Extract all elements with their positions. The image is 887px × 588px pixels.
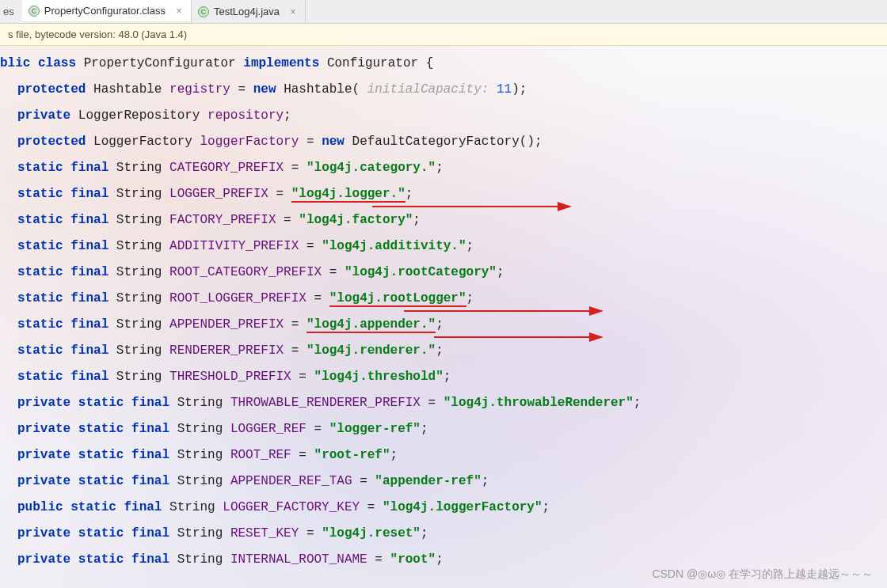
kw-final: final — [131, 396, 169, 410]
kw-private: private — [17, 526, 70, 541]
type-name: String — [177, 526, 223, 541]
kw-final: final — [70, 239, 108, 253]
type-name: String — [116, 370, 162, 384]
field-name: RESET_KEY — [230, 526, 299, 541]
string-literal: "log4j.factory" — [299, 213, 413, 227]
assign-op: = — [306, 135, 314, 149]
assign-op: = — [428, 396, 436, 410]
field-name: loggerFactory — [200, 135, 299, 149]
kw-static: static — [17, 187, 63, 201]
string-literal: "root-ref" — [314, 448, 390, 462]
kw-final: final — [70, 213, 108, 227]
type-name: LoggerFactory — [93, 135, 192, 149]
code-line: private static final String THROWABLE_RE… — [0, 390, 887, 416]
code-editor[interactable]: blic class PropertyConfigurator implemen… — [0, 46, 887, 573]
kw-static: static — [78, 422, 124, 436]
svg-text:C: C — [201, 8, 207, 16]
kw-final: final — [70, 370, 108, 384]
semicolon: ; — [436, 161, 444, 175]
string-literal: "log4j.additivity." — [322, 239, 466, 253]
close-icon[interactable]: × — [287, 6, 299, 17]
string-literal: "root" — [390, 552, 436, 567]
close-icon[interactable]: × — [173, 6, 185, 17]
kw-private: private — [17, 552, 70, 567]
tab-label: TestLog4j.java — [214, 6, 280, 17]
code-line: private static final String APPENDER_REF… — [0, 469, 887, 495]
field-name: FACTORY_PREFIX — [169, 213, 276, 227]
assign-op: = — [306, 239, 314, 253]
type-name: String — [116, 343, 162, 358]
kw-static: static — [78, 526, 124, 541]
field-name: registry — [169, 82, 230, 97]
kw-static: static — [78, 474, 124, 488]
code-line: private static final String ROOT_REF = "… — [0, 442, 887, 469]
field-name: THROWABLE_RENDERER_PREFIX — [230, 396, 421, 410]
code-line: static final String ADDITIVITY_PREFIX = … — [0, 233, 887, 260]
code-line: static final String APPENDER_PREFIX = "l… — [0, 312, 887, 338]
string-literal: "logger-ref" — [329, 422, 421, 436]
type-name: String — [177, 474, 223, 488]
code-line: static final String CATEGORY_PREFIX = "l… — [0, 155, 887, 181]
semicolon: ; — [444, 370, 451, 384]
code-line: private static final String RESET_KEY = … — [0, 521, 887, 547]
field-name: APPENDER_REF_TAG — [230, 474, 352, 488]
code-line: protected LoggerFactory loggerFactory = … — [0, 129, 887, 155]
class-name: PropertyConfigurator — [84, 56, 236, 70]
type-name: String — [116, 265, 162, 279]
semicolon: ; — [535, 135, 542, 149]
field-name: LOGGER_PREFIX — [169, 187, 268, 201]
kw-final: final — [70, 187, 108, 201]
code-line: static final String RENDERER_PREFIX = "l… — [0, 338, 887, 364]
kw-static: static — [17, 239, 63, 253]
kw-static: static — [78, 552, 124, 567]
kw-private: private — [17, 396, 70, 410]
kw-private: private — [17, 448, 70, 462]
number-literal: 11 — [497, 82, 512, 97]
type-name: String — [177, 422, 223, 436]
kw-class: class — [38, 56, 76, 70]
svg-text:C: C — [31, 7, 36, 15]
kw-implements: implements — [243, 56, 319, 70]
semicolon: ; — [284, 108, 291, 123]
interface-name: Configurator — [327, 56, 418, 70]
kw-final: final — [70, 161, 108, 175]
kw-static: static — [17, 161, 63, 175]
field-name: THRESHOLD_PREFIX — [169, 370, 291, 384]
field-name: INTERNAL_ROOT_NAME — [230, 552, 367, 567]
string-literal: "log4j.threshold" — [314, 370, 444, 384]
string-literal: "log4j.appender." — [306, 317, 436, 333]
string-literal: "log4j.throwableRenderer" — [444, 396, 634, 410]
assign-op: = — [375, 552, 383, 567]
tab-0[interactable]: CPropertyConfigurator.class× — [22, 0, 192, 23]
assign-op: = — [238, 82, 246, 97]
kw-static: static — [70, 500, 116, 514]
type-name: String — [116, 317, 162, 332]
assign-op: = — [299, 370, 306, 384]
kw-final: final — [131, 422, 169, 436]
tab-1[interactable]: CTestLog4j.java× — [192, 0, 306, 23]
string-literal: "log4j.loggerFactory" — [383, 500, 542, 514]
kw-static: static — [17, 370, 63, 384]
kw-static: static — [17, 213, 63, 227]
assign-op: = — [291, 161, 299, 175]
decompiled-info-bar: s file, bytecode version: 48.0 (Java 1.4… — [0, 24, 887, 46]
kw-public: blic — [0, 56, 30, 70]
type-name: String — [116, 291, 162, 305]
assign-op: = — [314, 422, 322, 436]
kw-static: static — [17, 317, 63, 332]
string-literal: "log4j.category." — [306, 161, 436, 175]
type-name: String — [177, 448, 223, 462]
type-name: String — [116, 187, 162, 201]
field-name: ROOT_LOGGER_PREFIX — [169, 291, 306, 305]
type-name: String — [116, 239, 162, 253]
field-name: LOGGER_FACTORY_KEY — [223, 500, 360, 514]
assign-op: = — [291, 317, 299, 332]
tab-cut-left: es — [3, 6, 22, 17]
semicolon: ; — [436, 552, 444, 567]
field-name: CATEGORY_PREFIX — [169, 161, 284, 175]
kw-private: private — [17, 474, 70, 488]
string-literal: "log4j.rootCategory" — [345, 265, 497, 279]
code-line: protected Hashtable registry = new Hasht… — [0, 77, 887, 103]
semicolon: ); — [512, 82, 527, 97]
kw-private: private — [17, 108, 70, 123]
